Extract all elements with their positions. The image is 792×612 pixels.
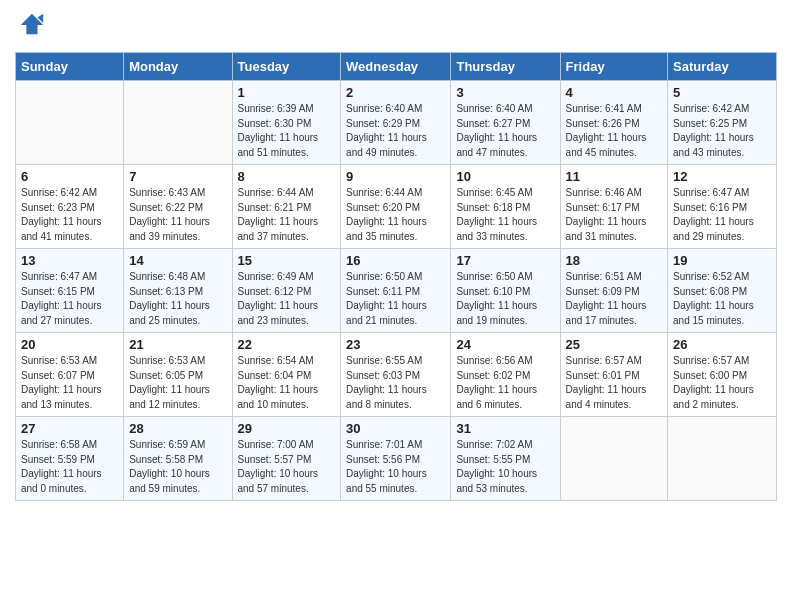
calendar-day-cell: 28Sunrise: 6:59 AMSunset: 5:58 PMDayligh… (124, 417, 232, 501)
calendar-day-cell: 2Sunrise: 6:40 AMSunset: 6:29 PMDaylight… (341, 81, 451, 165)
day-number: 31 (456, 421, 554, 436)
day-detail: Sunrise: 6:57 AMSunset: 6:00 PMDaylight:… (673, 354, 771, 412)
calendar-day-cell: 24Sunrise: 6:56 AMSunset: 6:02 PMDayligh… (451, 333, 560, 417)
calendar-day-cell: 29Sunrise: 7:00 AMSunset: 5:57 PMDayligh… (232, 417, 341, 501)
day-number: 26 (673, 337, 771, 352)
day-of-week-header: Sunday (16, 53, 124, 81)
day-number: 20 (21, 337, 118, 352)
day-number: 25 (566, 337, 662, 352)
calendar-day-cell: 25Sunrise: 6:57 AMSunset: 6:01 PMDayligh… (560, 333, 667, 417)
logo (15, 10, 45, 42)
calendar-day-cell: 17Sunrise: 6:50 AMSunset: 6:10 PMDayligh… (451, 249, 560, 333)
calendar-day-cell: 15Sunrise: 6:49 AMSunset: 6:12 PMDayligh… (232, 249, 341, 333)
day-number: 3 (456, 85, 554, 100)
calendar-day-cell (560, 417, 667, 501)
day-of-week-header: Wednesday (341, 53, 451, 81)
day-of-week-header: Saturday (668, 53, 777, 81)
calendar-body: 1Sunrise: 6:39 AMSunset: 6:30 PMDaylight… (16, 81, 777, 501)
calendar-day-cell (668, 417, 777, 501)
day-detail: Sunrise: 6:54 AMSunset: 6:04 PMDaylight:… (238, 354, 336, 412)
calendar-header: SundayMondayTuesdayWednesdayThursdayFrid… (16, 53, 777, 81)
day-number: 7 (129, 169, 226, 184)
day-number: 16 (346, 253, 445, 268)
day-detail: Sunrise: 6:52 AMSunset: 6:08 PMDaylight:… (673, 270, 771, 328)
day-number: 1 (238, 85, 336, 100)
day-number: 12 (673, 169, 771, 184)
day-number: 23 (346, 337, 445, 352)
day-detail: Sunrise: 6:47 AMSunset: 6:15 PMDaylight:… (21, 270, 118, 328)
calendar-day-cell: 3Sunrise: 6:40 AMSunset: 6:27 PMDaylight… (451, 81, 560, 165)
day-detail: Sunrise: 6:49 AMSunset: 6:12 PMDaylight:… (238, 270, 336, 328)
day-of-week-header: Tuesday (232, 53, 341, 81)
day-header-row: SundayMondayTuesdayWednesdayThursdayFrid… (16, 53, 777, 81)
calendar-week-row: 20Sunrise: 6:53 AMSunset: 6:07 PMDayligh… (16, 333, 777, 417)
calendar-day-cell: 26Sunrise: 6:57 AMSunset: 6:00 PMDayligh… (668, 333, 777, 417)
day-detail: Sunrise: 6:53 AMSunset: 6:07 PMDaylight:… (21, 354, 118, 412)
calendar-day-cell: 12Sunrise: 6:47 AMSunset: 6:16 PMDayligh… (668, 165, 777, 249)
day-detail: Sunrise: 6:51 AMSunset: 6:09 PMDaylight:… (566, 270, 662, 328)
day-number: 28 (129, 421, 226, 436)
day-detail: Sunrise: 6:56 AMSunset: 6:02 PMDaylight:… (456, 354, 554, 412)
day-detail: Sunrise: 7:02 AMSunset: 5:55 PMDaylight:… (456, 438, 554, 496)
day-number: 9 (346, 169, 445, 184)
day-detail: Sunrise: 6:39 AMSunset: 6:30 PMDaylight:… (238, 102, 336, 160)
calendar-week-row: 27Sunrise: 6:58 AMSunset: 5:59 PMDayligh… (16, 417, 777, 501)
day-number: 18 (566, 253, 662, 268)
day-detail: Sunrise: 6:42 AMSunset: 6:23 PMDaylight:… (21, 186, 118, 244)
calendar-day-cell: 22Sunrise: 6:54 AMSunset: 6:04 PMDayligh… (232, 333, 341, 417)
calendar-day-cell (124, 81, 232, 165)
day-detail: Sunrise: 6:42 AMSunset: 6:25 PMDaylight:… (673, 102, 771, 160)
day-detail: Sunrise: 6:47 AMSunset: 6:16 PMDaylight:… (673, 186, 771, 244)
day-number: 27 (21, 421, 118, 436)
day-detail: Sunrise: 6:44 AMSunset: 6:21 PMDaylight:… (238, 186, 336, 244)
day-number: 17 (456, 253, 554, 268)
calendar-day-cell: 7Sunrise: 6:43 AMSunset: 6:22 PMDaylight… (124, 165, 232, 249)
day-detail: Sunrise: 6:41 AMSunset: 6:26 PMDaylight:… (566, 102, 662, 160)
day-of-week-header: Monday (124, 53, 232, 81)
day-detail: Sunrise: 6:40 AMSunset: 6:27 PMDaylight:… (456, 102, 554, 160)
day-of-week-header: Thursday (451, 53, 560, 81)
calendar-day-cell (16, 81, 124, 165)
calendar-day-cell: 10Sunrise: 6:45 AMSunset: 6:18 PMDayligh… (451, 165, 560, 249)
calendar-day-cell: 23Sunrise: 6:55 AMSunset: 6:03 PMDayligh… (341, 333, 451, 417)
page: SundayMondayTuesdayWednesdayThursdayFrid… (0, 0, 792, 511)
day-number: 2 (346, 85, 445, 100)
calendar-day-cell: 21Sunrise: 6:53 AMSunset: 6:05 PMDayligh… (124, 333, 232, 417)
calendar-day-cell: 14Sunrise: 6:48 AMSunset: 6:13 PMDayligh… (124, 249, 232, 333)
day-number: 4 (566, 85, 662, 100)
calendar-day-cell: 11Sunrise: 6:46 AMSunset: 6:17 PMDayligh… (560, 165, 667, 249)
day-detail: Sunrise: 6:57 AMSunset: 6:01 PMDaylight:… (566, 354, 662, 412)
calendar-day-cell: 30Sunrise: 7:01 AMSunset: 5:56 PMDayligh… (341, 417, 451, 501)
calendar-day-cell: 1Sunrise: 6:39 AMSunset: 6:30 PMDaylight… (232, 81, 341, 165)
day-number: 21 (129, 337, 226, 352)
day-detail: Sunrise: 6:59 AMSunset: 5:58 PMDaylight:… (129, 438, 226, 496)
calendar-table: SundayMondayTuesdayWednesdayThursdayFrid… (15, 52, 777, 501)
day-detail: Sunrise: 6:53 AMSunset: 6:05 PMDaylight:… (129, 354, 226, 412)
calendar-day-cell: 13Sunrise: 6:47 AMSunset: 6:15 PMDayligh… (16, 249, 124, 333)
day-number: 22 (238, 337, 336, 352)
day-number: 30 (346, 421, 445, 436)
calendar-day-cell: 8Sunrise: 6:44 AMSunset: 6:21 PMDaylight… (232, 165, 341, 249)
day-detail: Sunrise: 6:50 AMSunset: 6:10 PMDaylight:… (456, 270, 554, 328)
day-number: 24 (456, 337, 554, 352)
day-number: 19 (673, 253, 771, 268)
day-detail: Sunrise: 6:44 AMSunset: 6:20 PMDaylight:… (346, 186, 445, 244)
day-number: 10 (456, 169, 554, 184)
day-number: 14 (129, 253, 226, 268)
calendar-day-cell: 4Sunrise: 6:41 AMSunset: 6:26 PMDaylight… (560, 81, 667, 165)
day-detail: Sunrise: 6:45 AMSunset: 6:18 PMDaylight:… (456, 186, 554, 244)
calendar-week-row: 13Sunrise: 6:47 AMSunset: 6:15 PMDayligh… (16, 249, 777, 333)
day-detail: Sunrise: 6:58 AMSunset: 5:59 PMDaylight:… (21, 438, 118, 496)
day-of-week-header: Friday (560, 53, 667, 81)
calendar-day-cell: 19Sunrise: 6:52 AMSunset: 6:08 PMDayligh… (668, 249, 777, 333)
day-detail: Sunrise: 6:46 AMSunset: 6:17 PMDaylight:… (566, 186, 662, 244)
calendar-day-cell: 18Sunrise: 6:51 AMSunset: 6:09 PMDayligh… (560, 249, 667, 333)
day-detail: Sunrise: 6:50 AMSunset: 6:11 PMDaylight:… (346, 270, 445, 328)
day-detail: Sunrise: 6:48 AMSunset: 6:13 PMDaylight:… (129, 270, 226, 328)
calendar-week-row: 6Sunrise: 6:42 AMSunset: 6:23 PMDaylight… (16, 165, 777, 249)
day-detail: Sunrise: 6:40 AMSunset: 6:29 PMDaylight:… (346, 102, 445, 160)
day-number: 8 (238, 169, 336, 184)
day-number: 6 (21, 169, 118, 184)
day-number: 5 (673, 85, 771, 100)
calendar-day-cell: 31Sunrise: 7:02 AMSunset: 5:55 PMDayligh… (451, 417, 560, 501)
